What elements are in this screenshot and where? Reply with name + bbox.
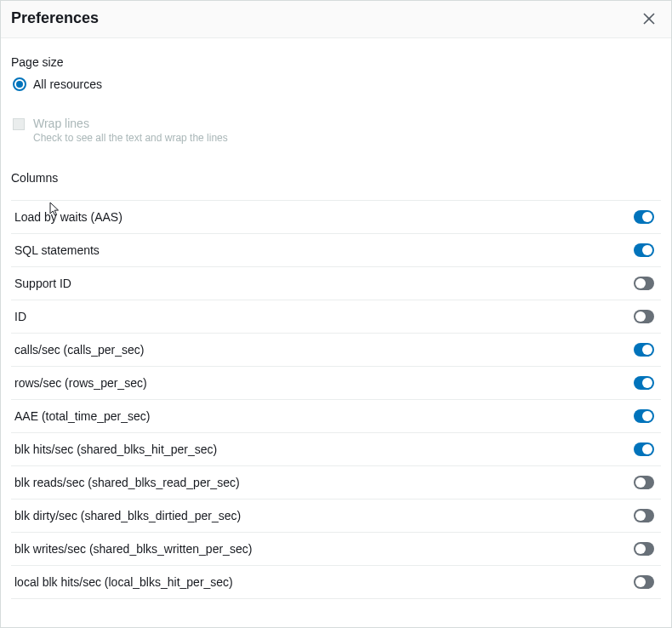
- close-icon: [643, 13, 655, 25]
- column-label: blk reads/sec (shared_blks_read_per_sec): [14, 476, 240, 489]
- column-row: blk hits/sec (shared_blks_hit_per_sec): [11, 433, 661, 466]
- column-label: blk writes/sec (shared_blks_written_per_…: [14, 542, 252, 556]
- toggle-knob-icon: [635, 577, 646, 587]
- toggle-knob-icon: [635, 278, 646, 288]
- column-row: blk dirty/sec (shared_blks_dirtied_per_s…: [11, 500, 661, 533]
- column-label: calls/sec (calls_per_sec): [14, 343, 145, 357]
- column-toggle[interactable]: [634, 476, 654, 489]
- toggle-knob-icon: [635, 311, 646, 322]
- column-row: blk writes/sec (shared_blks_written_per_…: [11, 533, 661, 566]
- columns-list: Load by waits (AAS)SQL statementsSupport…: [11, 200, 661, 599]
- checkbox-icon: [13, 118, 25, 130]
- toggle-knob-icon: [642, 212, 652, 222]
- column-toggle[interactable]: [634, 277, 654, 290]
- page-size-option-label: All resources: [33, 77, 102, 91]
- column-toggle[interactable]: [634, 343, 654, 357]
- toggle-knob-icon: [635, 544, 646, 554]
- modal-body: Page size All resources Wrap lines Check…: [1, 38, 671, 599]
- column-label: local blk hits/sec (local_blks_hit_per_s…: [14, 575, 233, 589]
- column-toggle[interactable]: [634, 243, 654, 257]
- column-row: SQL statements: [11, 234, 661, 267]
- toggle-knob-icon: [642, 444, 652, 454]
- column-label: blk hits/sec (shared_blks_hit_per_sec): [14, 442, 217, 456]
- page-size-option-all[interactable]: All resources: [11, 76, 661, 94]
- column-row: rows/sec (rows_per_sec): [11, 367, 661, 400]
- column-label: Load by waits (AAS): [14, 210, 122, 224]
- toggle-knob-icon: [635, 511, 646, 521]
- column-toggle[interactable]: [634, 442, 654, 456]
- column-toggle[interactable]: [634, 210, 654, 224]
- column-toggle[interactable]: [634, 542, 654, 556]
- column-toggle[interactable]: [634, 409, 654, 423]
- toggle-knob-icon: [635, 477, 646, 488]
- page-size-label: Page size: [11, 55, 661, 69]
- column-row: calls/sec (calls_per_sec): [11, 334, 661, 367]
- close-button[interactable]: [641, 10, 658, 27]
- column-row: AAE (total_time_per_sec): [11, 400, 661, 433]
- radio-icon: [13, 77, 26, 91]
- wrap-lines-description: Check to see all the text and wrap the l…: [33, 132, 228, 144]
- toggle-knob-icon: [642, 378, 652, 388]
- column-label: SQL statements: [14, 243, 100, 257]
- column-label: AAE (total_time_per_sec): [14, 409, 151, 423]
- column-label: Support ID: [14, 277, 71, 290]
- column-row: local blk hits/sec (local_blks_hit_per_s…: [11, 566, 661, 599]
- column-toggle[interactable]: [634, 310, 654, 323]
- column-row: Support ID: [11, 267, 661, 300]
- columns-heading: Columns: [11, 171, 661, 185]
- modal-title: Preferences: [11, 9, 99, 27]
- column-row: ID: [11, 300, 661, 334]
- column-row: blk reads/sec (shared_blks_read_per_sec): [11, 466, 661, 500]
- modal-header: Preferences: [1, 1, 671, 38]
- column-label: rows/sec (rows_per_sec): [14, 376, 147, 390]
- toggle-knob-icon: [642, 245, 652, 255]
- wrap-lines-option[interactable]: Wrap lines Check to see all the text and…: [11, 117, 661, 144]
- column-label: blk dirty/sec (shared_blks_dirtied_per_s…: [14, 509, 241, 522]
- wrap-lines-label: Wrap lines: [33, 117, 228, 130]
- column-toggle[interactable]: [634, 376, 654, 390]
- column-label: ID: [14, 310, 26, 323]
- toggle-knob-icon: [642, 411, 652, 421]
- column-toggle[interactable]: [634, 575, 654, 589]
- column-row: Load by waits (AAS): [11, 201, 661, 234]
- column-toggle[interactable]: [634, 509, 654, 522]
- toggle-knob-icon: [642, 345, 652, 355]
